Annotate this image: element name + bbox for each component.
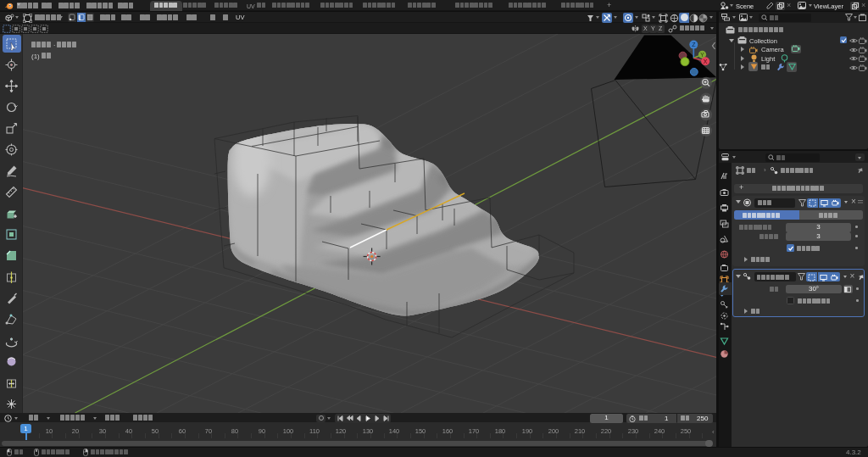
svg-text:Y: Y [700,52,704,58]
svg-text:X: X [704,59,708,64]
svg-text:Z: Z [692,42,696,47]
